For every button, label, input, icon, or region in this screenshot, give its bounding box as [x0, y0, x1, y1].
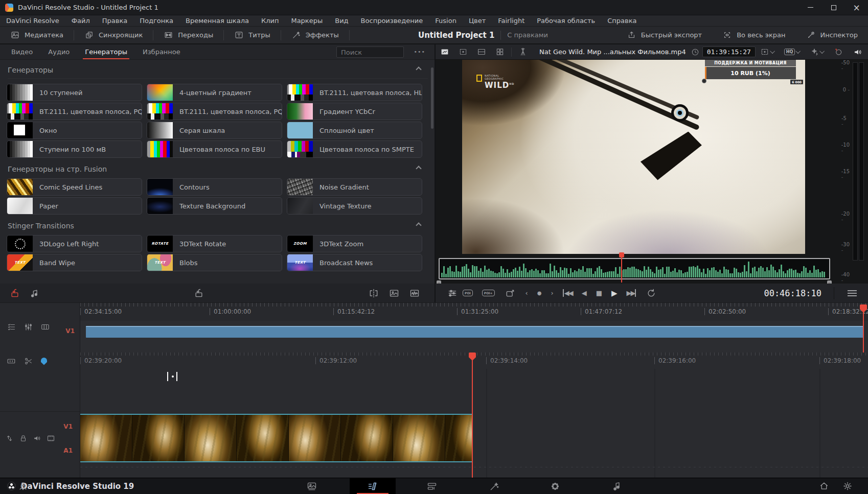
transition-tile[interactable]: 3DLogo Left Right: [7, 235, 142, 252]
menu-item[interactable]: DaVinci Resolve: [6, 17, 59, 25]
section-header-generators[interactable]: Генераторы: [8, 66, 428, 79]
record-prev-button[interactable]: ‹: [526, 289, 528, 297]
skip-to-start-button[interactable]: ◀◀: [563, 289, 573, 297]
poi-add-button[interactable]: POI+: [482, 290, 495, 296]
generator-tile[interactable]: Ступени по 100 мВ: [7, 140, 142, 158]
library-tab[interactable]: Видео: [11, 44, 33, 59]
waveform-playhead[interactable]: [621, 255, 622, 283]
generator-tile[interactable]: BT.2111, цветовая полоса, PQ, ...: [147, 103, 282, 120]
quality-dropdown[interactable]: HQ: [784, 49, 801, 55]
tools-icon[interactable]: [447, 288, 458, 298]
track-reorder-icon[interactable]: [5, 434, 14, 442]
generator-tile[interactable]: Comic Speed Lines: [7, 178, 142, 196]
minimize-button[interactable]: [799, 0, 822, 15]
maximize-button[interactable]: [822, 0, 845, 15]
viewer-timecode[interactable]: 01:39:15:27: [702, 46, 756, 57]
generator-tile[interactable]: Vintage Texture: [287, 197, 422, 215]
timeline-clip[interactable]: [80, 414, 472, 462]
frame-fit-dropdown[interactable]: [760, 48, 775, 56]
source-mode-icon[interactable]: [439, 48, 450, 56]
menu-item[interactable]: Fusion: [435, 17, 456, 25]
audio-mute-icon[interactable]: [853, 48, 863, 57]
record-next-button[interactable]: ›: [551, 289, 553, 297]
overview-ruler[interactable]: 01:00:00:0001:15:42:1201:31:25:0001:47:0…: [80, 303, 868, 321]
generator-tile[interactable]: Цветовая полоса по SMPTE: [287, 140, 422, 158]
audio-trim-icon[interactable]: [409, 288, 420, 298]
match-frame-icon[interactable]: [505, 288, 516, 298]
append-clip-icon[interactable]: [29, 288, 40, 298]
split-scissors-icon[interactable]: [24, 357, 34, 366]
generator-tile[interactable]: Noise Gradient: [287, 178, 422, 196]
play-reverse-button[interactable]: ◀: [582, 289, 587, 297]
transitions-button[interactable]: Переходы: [153, 27, 223, 43]
generator-tile[interactable]: Сплошной цвет: [287, 122, 422, 139]
library-scrollbar[interactable]: [431, 67, 433, 129]
overview-track[interactable]: [80, 321, 868, 352]
smart-insert-icon[interactable]: [9, 288, 20, 298]
menu-item[interactable]: Временная шкала: [186, 17, 249, 25]
quick-export-button[interactable]: Быстрый экспорт: [616, 27, 712, 43]
chevron-up-icon[interactable]: [416, 222, 421, 228]
transition-tile[interactable]: TEXT Band Wipe: [7, 254, 142, 271]
generator-tile[interactable]: BT.2111, цветовая полоса, PQ, ...: [7, 103, 142, 120]
sync-bin-button[interactable]: Синхроящик: [74, 27, 153, 43]
titles-button[interactable]: Титры: [224, 27, 280, 43]
stop-button[interactable]: ■: [596, 289, 602, 297]
track-lock-icon[interactable]: [19, 434, 28, 442]
preview-frame-icon[interactable]: [458, 48, 469, 56]
transition-tile[interactable]: ROTATE 3DText Rotate: [147, 235, 282, 252]
record-button[interactable]: ●: [537, 290, 542, 296]
menu-item[interactable]: Файл: [72, 17, 90, 25]
library-tab[interactable]: Аудио: [48, 44, 70, 59]
loop-icon[interactable]: [646, 288, 657, 298]
chevron-up-icon[interactable]: [416, 166, 421, 171]
color-page-button[interactable]: [532, 478, 578, 494]
split-clip-icon[interactable]: [368, 288, 379, 298]
menu-item[interactable]: Подгонка: [140, 17, 173, 25]
media-page-button[interactable]: [289, 478, 335, 494]
section-header-stinger-transitions[interactable]: Stinger Transitions: [8, 222, 428, 230]
generator-tile[interactable]: Серая шкала: [147, 122, 282, 139]
detail-playhead[interactable]: [472, 352, 473, 478]
menu-item[interactable]: Справка: [607, 17, 636, 25]
timeline-settings-icon[interactable]: [23, 322, 34, 332]
audio-waveform[interactable]: [439, 258, 830, 279]
menu-item[interactable]: Fairlight: [498, 17, 524, 25]
split-view-icon[interactable]: [476, 48, 487, 56]
generator-tile[interactable]: Texture Background: [147, 197, 282, 215]
timeline-options-icon[interactable]: [848, 290, 857, 296]
generator-tile[interactable]: Contours: [147, 178, 282, 196]
skip-to-end-button[interactable]: ▶▶: [626, 289, 636, 297]
library-tab[interactable]: Генераторы: [85, 44, 127, 59]
inspector-button[interactable]: Инспектор: [796, 27, 868, 43]
grid-view-icon[interactable]: [494, 48, 506, 56]
close-button[interactable]: ×: [845, 0, 868, 15]
place-on-top-icon[interactable]: [193, 288, 204, 298]
transition-tile[interactable]: TEXT Blobs: [147, 254, 282, 271]
fusion-page-button[interactable]: [471, 478, 517, 494]
transition-tile[interactable]: ZOOM 3DText Zoom: [287, 235, 422, 252]
generator-tile[interactable]: Градиент YCbCr: [287, 103, 422, 120]
marker-pin-icon[interactable]: [41, 358, 47, 365]
clip-select-icon[interactable]: [6, 357, 16, 366]
track-video-icon[interactable]: [47, 434, 55, 442]
search-input[interactable]: [336, 46, 404, 58]
timeline-checklist-icon[interactable]: [6, 322, 17, 332]
section-header-fusion-generators[interactable]: Генераторы на стр. Fusion: [8, 165, 428, 173]
deliver-page-button[interactable]: [0, 478, 46, 494]
menu-item[interactable]: Воспроизведение: [361, 17, 423, 25]
menu-item[interactable]: Цвет: [469, 17, 486, 25]
effects-button[interactable]: Эффекты: [281, 27, 349, 43]
project-manager-icon[interactable]: [819, 481, 829, 491]
menu-item[interactable]: Вид: [335, 17, 348, 25]
color-boost-icon[interactable]: [833, 48, 844, 56]
play-button[interactable]: ▶: [611, 289, 618, 298]
library-tab[interactable]: Избранное: [143, 44, 180, 59]
generator-tile[interactable]: BT.2111, цветовая полоса, HLG,...: [287, 84, 422, 101]
fairlight-page-button[interactable]: [593, 478, 639, 494]
overview-clip-bar[interactable]: [86, 326, 864, 338]
more-options-icon[interactable]: •••: [414, 49, 425, 55]
video-preview[interactable]: NATIONAL GEOGRAPHIC WILDHD ПОДДЕРЖКА И М…: [462, 60, 805, 254]
broadcast-icon[interactable]: [517, 48, 529, 56]
generator-tile[interactable]: Paper: [7, 197, 142, 215]
